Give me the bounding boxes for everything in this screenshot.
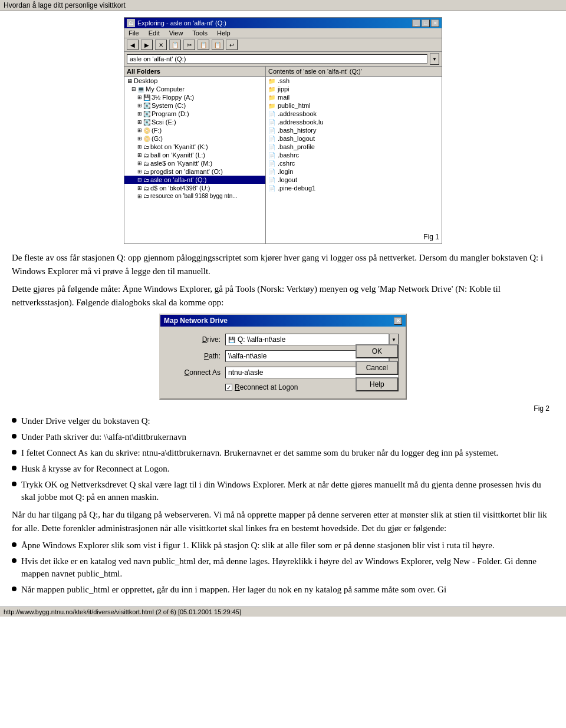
paragraph-2: Dette gjøres på følgende måte: Åpne Wind… <box>12 282 554 309</box>
paragraph-3: Når du har tilgang på Q:, har du tilgang… <box>12 508 554 535</box>
explorer-menubar: File Edit View Tools Help <box>124 28 442 38</box>
close-btn[interactable]: ✕ <box>431 19 439 27</box>
tree-item[interactable]: 🖥Desktop <box>124 77 265 85</box>
fig1-label: Fig 1 <box>423 233 439 241</box>
toolbar-btn-4[interactable]: 📋 <box>169 39 181 50</box>
tree-item[interactable]: ⊞🗂asle$ on 'Kyanitt' (M:) <box>124 159 265 167</box>
tree-item-selected[interactable]: ⊟🗂asle on 'alfa-nt' (Q:) <box>124 176 265 184</box>
status-url: http://www.bygg.ntnu.no/ktek/it/diverse/… <box>4 608 241 615</box>
drive-value: Q: \\alfa-nt\asle <box>238 335 386 344</box>
explorer-screenshot: 🗂 Exploring - asle on 'alfa-nt' (Q:) _ □… <box>124 17 442 244</box>
dialog-title: Map Network Drive <box>164 317 228 325</box>
file-item[interactable]: 📄.pine-debug1 <box>266 184 442 192</box>
drive-dropdown-btn[interactable]: ▼ <box>389 334 399 345</box>
menu-tools[interactable]: Tools <box>190 29 209 37</box>
explorer-title: Exploring - asle on 'alfa-nt' (Q:) <box>137 19 226 27</box>
toolbar-btn-6[interactable]: 📋 <box>198 39 209 50</box>
toolbar-btn-2[interactable]: ▶ <box>141 39 153 50</box>
tree-item[interactable]: ⊞💽Program (D:) <box>124 110 265 118</box>
bullet-dot <box>12 587 17 591</box>
dialog-titlebar: Map Network Drive ✕ <box>160 315 406 327</box>
win-controls: _ □ ✕ <box>412 19 439 27</box>
list-item: Trykk OK og Nettverksdrevet Q skal være … <box>12 479 554 503</box>
path-label: Path: <box>167 352 221 360</box>
drive-row: Drive: 💾 Q: \\alfa-nt\asle ▼ <box>167 334 399 345</box>
toolbar-btn-5[interactable]: ✂ <box>183 39 195 50</box>
tree-item[interactable]: ⊟💻My Computer <box>124 85 265 93</box>
browser-title: Hvordan å lage ditt personlige visittkor… <box>4 1 126 9</box>
file-item[interactable]: 📁.ssh <box>266 77 442 85</box>
tree-item[interactable]: ⊞🗂bkot on 'Kyanitt' (K:) <box>124 143 265 151</box>
list-item: Når mappen public_html er opprettet, går… <box>12 584 554 596</box>
paragraph-1: De fleste av oss får stasjonen Q: opp gj… <box>12 251 554 278</box>
left-pane-header: All Folders <box>124 67 265 77</box>
minimize-btn[interactable]: _ <box>412 19 420 27</box>
menu-edit[interactable]: Edit <box>147 29 162 37</box>
tree-item[interactable]: ⊞🗂resource on 'ball 9168 bygg ntn... <box>124 192 265 200</box>
help-button[interactable]: Help <box>356 377 399 391</box>
tree-item[interactable]: ⊞💽Scsi (E:) <box>124 118 265 126</box>
ok-button[interactable]: OK <box>356 344 399 358</box>
tree-item[interactable]: ⊞💾3½ Floppy (A:) <box>124 93 265 101</box>
file-item[interactable]: 📄.login <box>266 167 442 176</box>
tree-item[interactable]: ⊞🗂d$ on 'bkot4398' (U:) <box>124 184 265 192</box>
file-item[interactable]: 📄.bash_profile <box>266 143 442 151</box>
list-item: Hvis det ikke er en katalog ved navn pub… <box>12 555 554 580</box>
dialog-close-btn[interactable]: ✕ <box>394 317 402 325</box>
explorer-toolbar: ◀ ▶ ✕ 📋 ✂ 📋 📋 ↩ <box>124 38 442 52</box>
dialog-buttons: OK Cancel Help <box>356 344 399 391</box>
browser-title-bar: Hvordan å lage ditt personlige visittkor… <box>0 0 566 11</box>
bullet-dot <box>12 558 17 563</box>
file-item[interactable]: 📄.bash_history <box>266 126 442 134</box>
reconnect-label: Reconnect at Logon <box>235 383 298 391</box>
cancel-button[interactable]: Cancel <box>356 361 399 375</box>
tree-item[interactable]: ⊞📀(F:) <box>124 126 265 134</box>
file-item[interactable]: 📄.bashrc <box>266 151 442 159</box>
drive-label: Drive: <box>167 335 221 344</box>
toolbar-btn-7[interactable]: 📋 <box>212 39 223 50</box>
address-dropdown-btn[interactable]: ▼ <box>430 53 439 65</box>
status-bar: http://www.bygg.ntnu.no/ktek/it/diverse/… <box>0 607 566 617</box>
path-value: \\alfa-nt\asle <box>228 352 266 360</box>
explorer-body: All Folders 🖥Desktop ⊟💻My Computer ⊞💾3½ … <box>124 67 442 243</box>
bullet-dot <box>12 450 17 454</box>
bullet-list-1: Under Drive velger du bokstaven Q: Under… <box>12 415 554 503</box>
dialog-win-controls: ✕ <box>394 317 402 325</box>
address-bar: asle on 'alfa-nt' (Q:) ▼ <box>124 52 442 67</box>
page-content: 🗂 Exploring - asle on 'alfa-nt' (Q:) _ □… <box>0 11 566 607</box>
address-input[interactable]: asle on 'alfa-nt' (Q:) <box>127 54 427 64</box>
toolbar-btn-8[interactable]: ↩ <box>226 39 238 50</box>
explorer-title-bar: 🗂 Exploring - asle on 'alfa-nt' (Q:) _ □… <box>124 18 442 28</box>
file-item[interactable]: 📄.addressbook <box>266 110 442 118</box>
tree-item[interactable]: ⊞📀(G:) <box>124 134 265 143</box>
bullet-dot <box>12 482 17 486</box>
left-pane: All Folders 🖥Desktop ⊟💻My Computer ⊞💾3½ … <box>124 67 266 243</box>
list-item: Åpne Windows Explorer slik som vist i fi… <box>12 539 554 552</box>
connect-as-value: ntnu-a\asle <box>228 368 263 377</box>
file-item[interactable]: 📄.logout <box>266 176 442 184</box>
tree-item[interactable]: ⊞💽System (C:) <box>124 101 265 110</box>
map-network-drive-dialog: Map Network Drive ✕ Drive: 💾 Q: \\alfa-n… <box>159 314 407 400</box>
reconnect-checkbox[interactable]: ✓ <box>225 384 232 391</box>
file-item[interactable]: 📁jippi <box>266 85 442 93</box>
drive-dropdown[interactable]: 💾 Q: \\alfa-nt\asle <box>225 334 389 345</box>
toolbar-btn-1[interactable]: ◀ <box>127 39 139 50</box>
bullet-dot <box>12 466 17 470</box>
file-item[interactable]: 📄.addressbook.lu <box>266 118 442 126</box>
menu-file[interactable]: File <box>127 29 141 37</box>
file-item[interactable]: 📄.bash_logout <box>266 134 442 143</box>
bullet-dot <box>12 418 17 423</box>
connect-as-label: Connect As <box>167 368 221 377</box>
menu-help[interactable]: Help <box>215 29 232 37</box>
right-pane: Contents of 'asle on 'alfa-nt' (Q:)' 📁.s… <box>266 67 442 243</box>
drive-input-group: 💾 Q: \\alfa-nt\asle ▼ <box>225 334 399 345</box>
tree-item[interactable]: ⊞🗂progdist on 'diamant' (O:) <box>124 167 265 176</box>
menu-view[interactable]: View <box>167 29 185 37</box>
toolbar-btn-3[interactable]: ✕ <box>155 39 167 50</box>
tree-item[interactable]: ⊞🗂ball on 'Kyanitt' (L:) <box>124 151 265 159</box>
file-item[interactable]: 📄.cshrc <box>266 159 442 167</box>
list-item: I feltet Connect As kan du skrive: ntnu-… <box>12 447 554 459</box>
file-item[interactable]: 📁public_html <box>266 101 442 110</box>
maximize-btn[interactable]: □ <box>422 19 430 27</box>
file-item[interactable]: 📁mail <box>266 93 442 101</box>
